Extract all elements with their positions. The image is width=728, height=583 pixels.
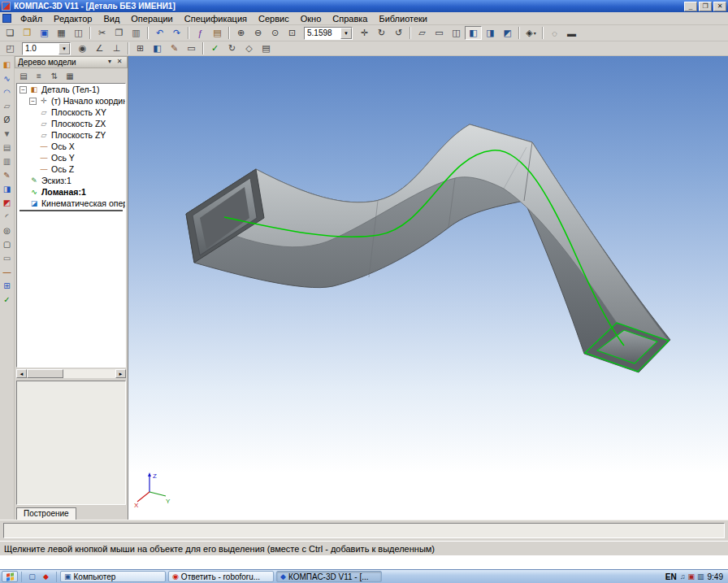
network-icon[interactable]: ▥ xyxy=(697,572,704,581)
clock[interactable]: 9:49 xyxy=(708,572,723,581)
menu-файл[interactable]: Файл xyxy=(15,13,48,24)
scale-combo[interactable]: 1.0 ▼ xyxy=(22,42,71,55)
surfaces-button[interactable]: ◠ xyxy=(1,85,14,98)
tree-item[interactable]: —Ось Y xyxy=(17,152,125,163)
tree-horizontal-scrollbar[interactable]: ◄ ► xyxy=(16,368,126,379)
variables-button[interactable]: ƒ xyxy=(192,26,209,40)
tree-composition-view-button[interactable]: ≡ xyxy=(32,70,46,82)
hole-tool-button[interactable]: ◎ xyxy=(1,224,14,237)
menu-операции[interactable]: Операции xyxy=(125,13,178,24)
save-document-button[interactable]: ▣ xyxy=(36,26,53,40)
local-frame-button[interactable]: ∠ xyxy=(91,41,108,55)
window-layout-button[interactable]: ◰ xyxy=(2,41,19,55)
fillet-tool-button[interactable]: ◜ xyxy=(1,210,14,223)
zoom-in-button[interactable]: ⊕ xyxy=(232,26,249,40)
section-display-button[interactable]: ▬ xyxy=(563,26,580,40)
tree-item[interactable]: −✛(т) Начало координат xyxy=(17,95,125,107)
menu-сервис[interactable]: Сервис xyxy=(253,13,295,24)
zoom-out-button[interactable]: ⊖ xyxy=(249,26,266,40)
paste-button[interactable]: ▥ xyxy=(128,26,145,40)
tree-item[interactable]: —Ось X xyxy=(17,141,125,152)
start-button[interactable] xyxy=(2,571,18,582)
preview-result-button[interactable]: ◇ xyxy=(240,41,258,55)
spatial-curves-button[interactable]: ∿ xyxy=(1,72,14,85)
taskbar-task-1[interactable]: ◉Ответить - roboforu... xyxy=(168,571,274,582)
menu-справка[interactable]: Справка xyxy=(327,13,373,24)
tab-postroenie[interactable]: Построение xyxy=(16,507,76,520)
print-button[interactable]: ▦ xyxy=(53,26,70,40)
swept-tube-model[interactable] xyxy=(128,56,728,520)
shaded-edges-mode-button[interactable]: ◨ xyxy=(482,26,499,40)
perspective-mode-button[interactable]: ◩ xyxy=(499,26,516,40)
rebuild-model-button[interactable]: ↻ xyxy=(223,41,240,55)
tree-parameters-button[interactable]: ▦ xyxy=(63,70,77,82)
print-preview-button[interactable]: ◫ xyxy=(70,26,87,40)
tree-item[interactable]: ▱Плоскость XY xyxy=(17,107,125,118)
scrollbar-track[interactable] xyxy=(27,369,115,378)
refresh-view-button[interactable]: ↺ xyxy=(390,26,407,40)
expander-minus-icon[interactable]: − xyxy=(29,98,37,105)
orientation-button[interactable]: ◈▾ xyxy=(522,26,540,40)
undo-button[interactable]: ↶ xyxy=(151,26,168,40)
menu-библиотеки[interactable]: Библиотеки xyxy=(373,13,433,24)
viewport-3d[interactable]: Z X Y xyxy=(128,56,728,520)
expander-minus-icon[interactable]: − xyxy=(20,86,27,94)
restore-button[interactable]: ❐ xyxy=(699,2,712,11)
hidden-thin-mode-button[interactable]: ◫ xyxy=(448,26,465,40)
menu-вид[interactable]: Вид xyxy=(98,13,125,24)
hidden-lines-mode-button[interactable]: ▭ xyxy=(431,26,448,40)
panel-header[interactable]: Дерево модели ▾ ✕ xyxy=(15,56,128,68)
plane-tool-button[interactable]: ▭ xyxy=(1,251,14,264)
scale-value[interactable]: 1.0 xyxy=(23,44,58,53)
zoom-combo[interactable]: 5.1598 ▼ xyxy=(304,27,353,40)
zoom-dropdown-icon[interactable]: ▼ xyxy=(340,28,352,39)
cut-operation-button[interactable]: ◩ xyxy=(1,196,14,209)
tree-relations-button[interactable]: ⇅ xyxy=(47,70,62,82)
volume-icon[interactable]: ♫ xyxy=(680,572,686,581)
antivirus-icon[interactable]: ▣ xyxy=(688,572,696,581)
half-tone-button[interactable]: ◧ xyxy=(149,41,166,55)
tree-structure-view-button[interactable]: ▤ xyxy=(16,70,31,82)
new-document-button[interactable]: ❏ xyxy=(2,26,19,40)
check-tool-button[interactable]: ✓ xyxy=(1,293,14,306)
extrude-operation-button[interactable]: ◨ xyxy=(1,182,14,195)
sheet-parameters-button[interactable]: ▭ xyxy=(183,41,200,55)
tree-item[interactable]: —Ось Z xyxy=(17,163,125,175)
open-document-button[interactable]: ❒ xyxy=(19,26,36,40)
pattern-tool-button[interactable]: ⊞ xyxy=(1,279,14,292)
kompas-shortcut-button[interactable]: ◆ xyxy=(39,571,53,582)
filters-button[interactable]: ▼ xyxy=(1,127,14,140)
zoom-selected-button[interactable]: ⊙ xyxy=(266,26,284,40)
close-button[interactable]: ✕ xyxy=(713,2,726,11)
zoom-value[interactable]: 5.1598 xyxy=(305,28,340,37)
pin-icon[interactable]: ▾ xyxy=(105,58,115,67)
library-manager-button[interactable]: ▤ xyxy=(209,26,226,40)
snap-settings-button[interactable]: ◉ xyxy=(74,41,91,55)
tree-item[interactable]: ∿Ломаная:1 xyxy=(17,186,125,198)
redo-button[interactable]: ↷ xyxy=(168,26,185,40)
show-desktop-button[interactable]: ▢ xyxy=(25,571,39,582)
cut-button[interactable]: ✂ xyxy=(93,26,110,40)
measurements-button[interactable]: Ø xyxy=(1,113,14,126)
scroll-right-icon[interactable]: ► xyxy=(115,369,126,378)
tree-item[interactable]: ✎Эскиз:1 xyxy=(17,175,125,186)
check-document-button[interactable]: ✓ xyxy=(206,41,223,55)
tree-item[interactable]: ▱Плоскость ZY xyxy=(17,129,125,141)
grid-button[interactable]: ⊞ xyxy=(132,41,149,55)
hide-components-button[interactable]: ◌ xyxy=(546,26,563,40)
wireframe-mode-button[interactable]: ▱ xyxy=(414,26,431,40)
menu-редактор[interactable]: Редактор xyxy=(48,13,98,24)
menu-спецификация[interactable]: Спецификация xyxy=(179,13,253,24)
reports-button[interactable]: ▥ xyxy=(1,154,14,168)
scale-dropdown-icon[interactable]: ▼ xyxy=(58,43,70,54)
axis-tool-button[interactable]: — xyxy=(1,265,14,278)
tree-item[interactable]: ◪Кинематическая опер➤ xyxy=(17,198,125,209)
language-indicator[interactable]: EN xyxy=(665,572,677,581)
properties-button[interactable]: ▤ xyxy=(258,41,275,55)
shell-tool-button[interactable]: ▢ xyxy=(1,237,14,250)
tree-item[interactable]: ▱Плоскость ZX xyxy=(17,118,125,129)
copy-button[interactable]: ❐ xyxy=(110,26,128,40)
scrollbar-thumb[interactable] xyxy=(27,369,63,378)
rotate-view-button[interactable]: ↻ xyxy=(373,26,390,40)
auxiliary-geometry-button[interactable]: ▱ xyxy=(1,99,14,112)
